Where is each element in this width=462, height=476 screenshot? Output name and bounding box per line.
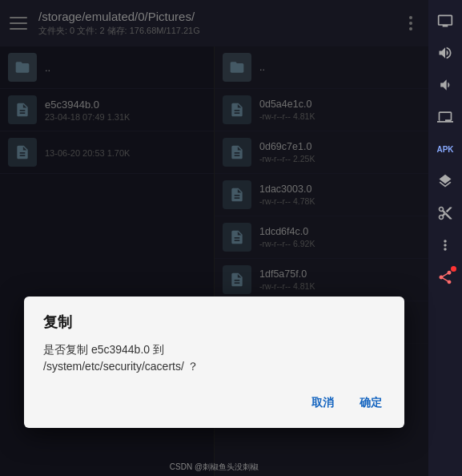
confirm-button[interactable]: 确定: [356, 391, 385, 415]
monitor-icon[interactable]: [431, 103, 460, 131]
app-container: /storage/emulated/0/Pictures/ 文件夹: 0 文件:…: [0, 0, 428, 476]
right-sidebar: APK: [428, 0, 462, 476]
share-icon[interactable]: [431, 263, 460, 292]
cancel-button[interactable]: 取消: [308, 391, 337, 415]
layers-icon[interactable]: [431, 167, 460, 196]
tv-icon[interactable]: [431, 6, 460, 35]
volume-down-icon[interactable]: [431, 71, 460, 99]
dialog-title: 复制: [43, 313, 385, 332]
more-options-icon[interactable]: [431, 231, 460, 260]
copy-dialog: 复制 是否复制 e5c3944b.0 到/system/etc/security…: [24, 296, 404, 428]
dialog-message: 是否复制 e5c3944b.0 到/system/etc/security/ca…: [43, 341, 385, 375]
volume-up-icon[interactable]: [431, 38, 460, 67]
scissors-icon[interactable]: [431, 199, 460, 228]
apk-icon[interactable]: APK: [431, 135, 460, 163]
dialog-buttons: 取消 确定: [43, 391, 385, 415]
watermark: CSDN @刺椒鱼头没刺椒: [170, 462, 259, 473]
